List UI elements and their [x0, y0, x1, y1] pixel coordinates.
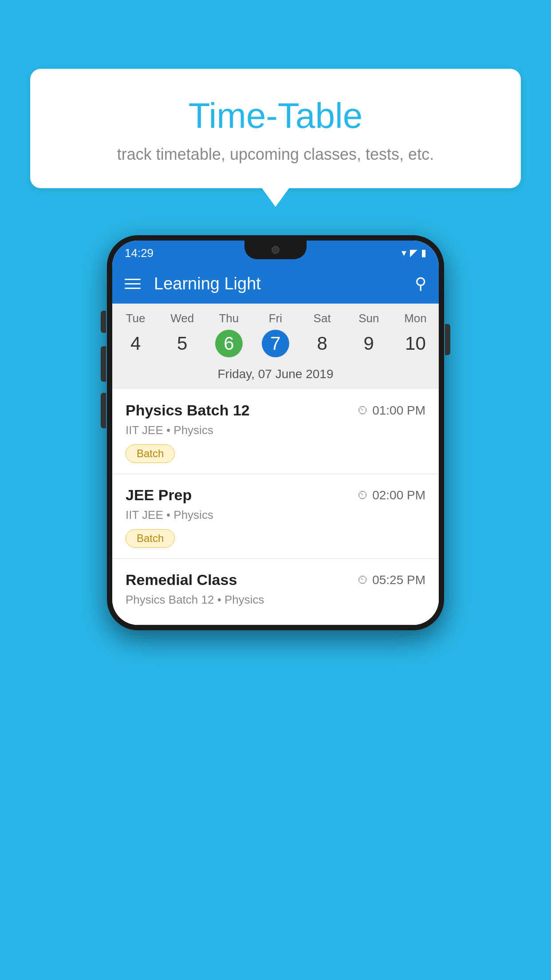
- day-name-label: Mon: [392, 312, 439, 325]
- schedule-item-time: ⏲ 05:25 PM: [357, 573, 425, 587]
- bubble-title: Time-Table: [52, 95, 499, 136]
- day-cell-fri[interactable]: Fri7: [252, 312, 299, 357]
- batch-tag: Batch: [126, 444, 175, 463]
- search-button[interactable]: ⚲: [415, 274, 426, 293]
- battery-icon: ▮: [421, 247, 426, 259]
- day-number: 9: [355, 330, 382, 357]
- phone-screen: 14:29 ▾ ◤ ▮ Learning Light ⚲ Tue4We: [112, 241, 439, 625]
- hamburger-menu-button[interactable]: [125, 279, 141, 289]
- day-cell-mon[interactable]: Mon10: [392, 312, 439, 357]
- clock-icon: ⏲: [357, 403, 369, 417]
- day-number: 10: [401, 330, 429, 357]
- volume-up-button: [101, 346, 106, 382]
- schedule-item-title: JEE Prep: [126, 486, 192, 504]
- schedule-item-subtitle: IIT JEE • Physics: [126, 508, 425, 522]
- status-time: 14:29: [125, 246, 153, 260]
- day-cell-tue[interactable]: Tue4: [112, 312, 159, 357]
- clock-icon: ⏲: [357, 573, 369, 587]
- day-number: 6: [215, 330, 243, 357]
- day-cell-wed[interactable]: Wed5: [159, 312, 205, 357]
- app-bar-title: Learning Light: [154, 274, 415, 293]
- schedule-item-subtitle: IIT JEE • Physics: [126, 423, 425, 437]
- batch-tag: Batch: [126, 529, 175, 548]
- day-cell-sat[interactable]: Sat8: [299, 312, 346, 357]
- schedule-item-0[interactable]: Physics Batch 12 ⏲ 01:00 PM IIT JEE • Ph…: [112, 389, 439, 474]
- day-name-label: Sun: [346, 312, 392, 325]
- day-number: 4: [122, 330, 150, 357]
- schedule-item-header: JEE Prep ⏲ 02:00 PM: [126, 486, 425, 504]
- wifi-icon: ▾: [401, 247, 406, 259]
- clock-icon: ⏲: [357, 488, 369, 502]
- status-icons: ▾ ◤ ▮: [401, 247, 426, 259]
- day-cell-sun[interactable]: Sun9: [346, 312, 392, 357]
- day-name-label: Thu: [205, 312, 252, 325]
- day-number: 8: [308, 330, 336, 357]
- selected-date-label: Friday, 07 June 2019: [112, 361, 439, 389]
- schedule-list: Physics Batch 12 ⏲ 01:00 PM IIT JEE • Ph…: [112, 389, 439, 625]
- schedule-item-1[interactable]: JEE Prep ⏲ 02:00 PM IIT JEE • Physics Ba…: [112, 474, 439, 559]
- schedule-item-2[interactable]: Remedial Class ⏲ 05:25 PM Physics Batch …: [112, 559, 439, 625]
- schedule-item-header: Physics Batch 12 ⏲ 01:00 PM: [126, 402, 425, 419]
- phone-mockup: 14:29 ▾ ◤ ▮ Learning Light ⚲ Tue4We: [107, 235, 444, 630]
- signal-icon: ◤: [410, 247, 417, 259]
- front-camera: [272, 246, 279, 254]
- day-number: 5: [169, 330, 196, 357]
- phone-notch: [244, 241, 307, 259]
- volume-down-button: [101, 393, 106, 428]
- schedule-item-time: ⏲ 01:00 PM: [357, 403, 425, 418]
- schedule-item-time: ⏲ 02:00 PM: [357, 488, 425, 502]
- calendar-section: Tue4Wed5Thu6Fri7Sat8Sun9Mon10 Friday, 07…: [112, 304, 439, 389]
- day-name-label: Sat: [299, 312, 346, 325]
- speech-bubble: Time-Table track timetable, upcoming cla…: [30, 69, 521, 188]
- day-headers: Tue4Wed5Thu6Fri7Sat8Sun9Mon10: [112, 304, 439, 361]
- mute-button: [101, 311, 106, 333]
- day-cell-thu[interactable]: Thu6: [205, 312, 252, 357]
- day-name-label: Tue: [112, 312, 159, 325]
- day-name-label: Wed: [159, 312, 205, 325]
- bubble-subtitle: track timetable, upcoming classes, tests…: [52, 145, 499, 164]
- app-bar: Learning Light ⚲: [112, 264, 439, 304]
- schedule-item-subtitle: Physics Batch 12 • Physics: [126, 593, 425, 607]
- day-number: 7: [262, 330, 289, 357]
- schedule-item-title: Remedial Class: [126, 571, 237, 589]
- schedule-item-title: Physics Batch 12: [126, 402, 250, 419]
- day-name-label: Fri: [252, 312, 299, 325]
- schedule-item-header: Remedial Class ⏲ 05:25 PM: [126, 571, 425, 589]
- phone-frame: 14:29 ▾ ◤ ▮ Learning Light ⚲ Tue4We: [107, 235, 444, 630]
- power-button: [445, 324, 450, 355]
